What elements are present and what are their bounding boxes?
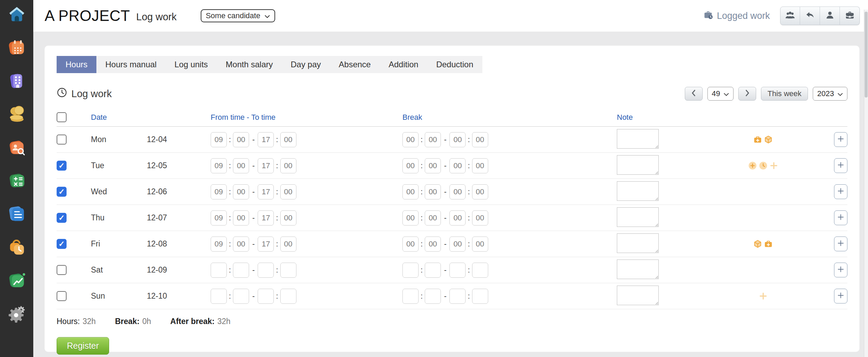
break-from-minute-input[interactable] — [425, 132, 441, 147]
row-checkbox[interactable]: ✓ — [57, 161, 67, 171]
year-select[interactable]: 2023 — [813, 87, 847, 101]
tab-log-units[interactable]: Log units — [165, 56, 216, 73]
to-hour-input[interactable] — [258, 263, 274, 278]
sidebar-item-candidates[interactable] — [7, 138, 27, 158]
break-to-minute-input[interactable] — [472, 263, 488, 278]
circle-clock-icon[interactable] — [759, 161, 768, 170]
briefcase-button[interactable] — [840, 7, 860, 25]
row-checkbox[interactable] — [57, 135, 67, 145]
row-checkbox[interactable]: ✓ — [57, 213, 67, 223]
add-entry-button[interactable] — [834, 132, 847, 147]
to-minute-input[interactable] — [280, 237, 296, 252]
to-minute-input[interactable] — [280, 210, 296, 226]
to-hour-input[interactable] — [258, 184, 274, 199]
break-from-hour-input[interactable] — [402, 289, 419, 304]
from-hour-input[interactable] — [211, 289, 227, 304]
sidebar-item-company[interactable] — [7, 71, 27, 91]
plus-icon[interactable] — [769, 161, 778, 170]
break-from-hour-input[interactable] — [402, 237, 419, 252]
note-textarea[interactable] — [617, 233, 659, 253]
from-hour-input[interactable] — [211, 263, 227, 278]
break-from-minute-input[interactable] — [425, 158, 441, 173]
select-all-checkbox[interactable] — [57, 112, 67, 122]
break-from-hour-input[interactable] — [402, 132, 419, 147]
to-hour-input[interactable] — [258, 158, 274, 173]
break-to-hour-input[interactable] — [449, 132, 466, 147]
tab-absence[interactable]: Absence — [330, 56, 379, 73]
undo-button[interactable] — [800, 7, 820, 25]
break-from-hour-input[interactable] — [402, 158, 419, 173]
sidebar-item-home[interactable] — [7, 5, 27, 25]
tab-hours-manual[interactable]: Hours manual — [96, 56, 165, 73]
to-minute-input[interactable] — [280, 184, 296, 199]
break-from-minute-input[interactable] — [425, 184, 441, 199]
add-entry-button[interactable] — [834, 184, 847, 199]
from-minute-input[interactable] — [233, 289, 249, 304]
note-textarea[interactable] — [617, 181, 659, 201]
sidebar-item-settings[interactable] — [7, 304, 27, 324]
break-to-minute-input[interactable] — [472, 184, 488, 199]
note-textarea[interactable] — [617, 286, 659, 305]
column-header-date[interactable]: Date — [91, 113, 147, 122]
tab-hours[interactable]: Hours — [57, 56, 96, 73]
circle-plus-icon[interactable] — [748, 161, 757, 170]
row-checkbox[interactable]: ✓ — [57, 187, 67, 197]
from-minute-input[interactable] — [233, 184, 249, 199]
prev-week-button[interactable] — [685, 87, 703, 101]
add-entry-button[interactable] — [834, 263, 847, 277]
break-to-minute-input[interactable] — [472, 210, 488, 226]
from-minute-input[interactable] — [233, 210, 249, 226]
register-button[interactable]: Register — [57, 337, 109, 355]
to-hour-input[interactable] — [258, 210, 274, 226]
from-hour-input[interactable] — [211, 237, 227, 252]
from-minute-input[interactable] — [233, 263, 249, 278]
break-from-minute-input[interactable] — [425, 289, 441, 304]
from-minute-input[interactable] — [233, 132, 249, 147]
break-from-hour-input[interactable] — [402, 263, 419, 278]
note-textarea[interactable] — [617, 129, 659, 149]
break-to-hour-input[interactable] — [449, 158, 466, 173]
this-week-button[interactable]: This week — [761, 87, 808, 101]
add-entry-button[interactable] — [834, 237, 847, 251]
add-entry-button[interactable] — [834, 210, 847, 225]
add-entry-button[interactable] — [834, 289, 847, 303]
tab-deduction[interactable]: Deduction — [427, 56, 482, 73]
user-button[interactable] — [820, 7, 840, 25]
to-minute-input[interactable] — [280, 263, 296, 278]
users-button[interactable] — [780, 7, 800, 25]
to-hour-input[interactable] — [258, 132, 274, 147]
tab-addition[interactable]: Addition — [380, 56, 427, 73]
break-to-hour-input[interactable] — [449, 184, 466, 199]
next-week-button[interactable] — [738, 87, 756, 101]
break-to-hour-input[interactable] — [449, 289, 466, 304]
from-hour-input[interactable] — [211, 210, 227, 226]
sidebar-item-payroll[interactable] — [7, 105, 27, 125]
scrollbar-thumb[interactable] — [865, 12, 868, 97]
break-to-minute-input[interactable] — [472, 237, 488, 252]
add-entry-button[interactable] — [834, 158, 847, 173]
sidebar-item-reports[interactable] — [7, 205, 27, 224]
note-textarea[interactable] — [617, 207, 659, 227]
to-hour-input[interactable] — [258, 237, 274, 252]
break-from-minute-input[interactable] — [425, 210, 441, 226]
from-hour-input[interactable] — [211, 184, 227, 199]
sidebar-item-calendar[interactable] — [7, 38, 27, 58]
candidate-select[interactable]: Some candidate — [201, 9, 275, 22]
break-to-minute-input[interactable] — [472, 132, 488, 147]
tab-day-pay[interactable]: Day pay — [282, 56, 330, 73]
break-to-hour-input[interactable] — [449, 210, 466, 226]
sidebar-item-time-tracking[interactable] — [7, 238, 27, 258]
row-checkbox[interactable] — [57, 291, 67, 301]
from-minute-input[interactable] — [233, 237, 249, 252]
row-checkbox[interactable] — [57, 265, 67, 275]
break-from-hour-input[interactable] — [402, 184, 419, 199]
row-checkbox[interactable]: ✓ — [57, 239, 67, 249]
to-minute-input[interactable] — [280, 289, 296, 304]
break-to-minute-input[interactable] — [472, 158, 488, 173]
sidebar-item-statistics[interactable] — [7, 271, 27, 291]
tab-month-salary[interactable]: Month salary — [217, 56, 282, 73]
to-hour-input[interactable] — [258, 289, 274, 304]
note-textarea[interactable] — [617, 155, 659, 175]
break-from-minute-input[interactable] — [425, 263, 441, 278]
break-from-minute-input[interactable] — [425, 237, 441, 252]
